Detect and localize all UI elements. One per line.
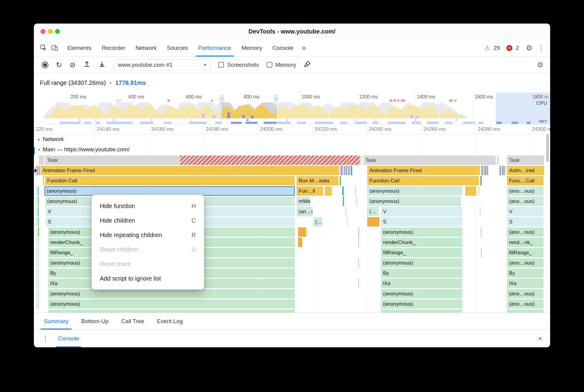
flame-sliver[interactable] <box>38 248 39 257</box>
flame-bar-ano-ous[interactable]: (ano…ous) <box>507 186 543 196</box>
flame-sliver[interactable] <box>38 258 39 268</box>
vertical-scrollbar-thumb[interactable] <box>546 134 549 162</box>
flame-bar-s[interactable]: S <box>381 217 462 227</box>
screenshots-checkbox[interactable] <box>218 62 224 68</box>
flame-bar-task[interactable]: Task <box>507 156 544 165</box>
flame-sliver[interactable] <box>36 217 37 227</box>
flame-bar-[interactable]: (… <box>367 207 379 216</box>
flame-sliver[interactable] <box>481 166 483 175</box>
screenshots-checkbox-group[interactable]: Screenshots <box>218 62 259 68</box>
tab-sources[interactable]: Sources <box>162 39 193 56</box>
flame-bar-anonymous[interactable]: (anonymous) <box>367 186 462 196</box>
flame-bar-by[interactable]: By <box>381 268 462 278</box>
flame-bar-anonymous[interactable]: (anonymous) <box>381 258 462 268</box>
flame-bar-fillrange[interactable]: fillRange_ <box>381 248 462 257</box>
flame-sliver[interactable] <box>504 166 505 175</box>
flame-sliver[interactable] <box>481 248 482 257</box>
flame-sliver[interactable] <box>38 289 39 298</box>
network-track-header[interactable]: ▸ Network <box>38 136 64 143</box>
flame-bar[interactable] <box>302 227 306 237</box>
flame-bar-fun-ll[interactable]: Fun…ll <box>297 186 323 196</box>
flame-sliver[interactable] <box>480 176 482 185</box>
flame-bar-function-call[interactable]: Function Call <box>367 176 479 185</box>
garbage-collect-icon[interactable] <box>303 60 311 69</box>
flame-sliver[interactable] <box>36 186 37 196</box>
flame-bar-anonymous[interactable]: (anonymous) <box>44 186 295 196</box>
flame-bar-v[interactable]: V <box>507 207 543 216</box>
error-count[interactable]: 2 <box>516 45 519 51</box>
flame-sliver[interactable] <box>38 217 39 227</box>
flame-bar-anonymous[interactable]: (anonymous) <box>381 289 462 298</box>
flame-bar-anonymous[interactable]: (anonymous) <box>381 310 462 313</box>
flame-bar-anim-ired[interactable]: Anim…ired <box>507 166 544 175</box>
details-tab-call-tree[interactable]: Call Tree <box>115 313 151 329</box>
timeline-overview[interactable]: CPU NET ‖ ‖ 200 ms400 ms600 ms800 ms1000… <box>34 92 550 124</box>
flame-bar-ano-ous[interactable]: (ano…ous) <box>507 289 543 298</box>
error-icon[interactable]: × <box>506 45 512 51</box>
flame-sliver[interactable] <box>499 166 501 175</box>
flame-sliver[interactable] <box>38 268 39 278</box>
flame-sliver[interactable] <box>486 166 488 175</box>
flame-sliver[interactable] <box>38 186 39 196</box>
flame-bar-anonymous[interactable]: (anonymous) <box>381 299 462 309</box>
warning-count[interactable]: 29 <box>494 45 500 51</box>
flame-bar-lxa[interactable]: lXa <box>507 279 543 288</box>
flame-bar[interactable] <box>298 227 302 237</box>
history-select[interactable]: www.youtube.com #1 ▾ <box>113 59 211 71</box>
flame-bar-ano-ous[interactable]: (ano…ous) <box>507 299 543 309</box>
flame-sliver[interactable] <box>38 238 39 247</box>
flame-sliver[interactable] <box>36 207 37 216</box>
settings-gear-icon[interactable]: ⚙ <box>526 44 532 52</box>
details-tab-summary[interactable]: Summary <box>37 313 75 329</box>
flame-sliver[interactable] <box>43 176 44 185</box>
flame-sliver[interactable] <box>38 299 39 309</box>
memory-checkbox[interactable] <box>267 62 272 68</box>
flame-sliver[interactable] <box>355 186 356 196</box>
flame-bar-anonymous[interactable]: (anonymous) <box>48 299 295 309</box>
flame-sliver[interactable] <box>358 279 359 288</box>
flame-bar[interactable] <box>367 217 379 227</box>
details-tab-event-log[interactable]: Event Log <box>151 313 189 329</box>
flame-bar-func-call[interactable]: Func…Call <box>507 176 543 185</box>
flame-sliver[interactable] <box>36 248 37 257</box>
drawer-menu-kebab-icon[interactable]: ⋮ <box>36 334 53 343</box>
flame-sliver[interactable] <box>346 166 347 175</box>
flame-sliver[interactable] <box>36 197 37 206</box>
flame-sliver[interactable] <box>340 166 343 175</box>
flame-bar-mwa[interactable]: mWa <box>297 197 310 206</box>
flame-bar-anonymous[interactable]: (anonymous) <box>48 310 295 313</box>
load-profile-icon[interactable] <box>83 60 91 69</box>
record-button[interactable] <box>42 62 48 68</box>
flame-sliver[interactable] <box>484 166 486 175</box>
menu-item-add-script-to-ignore-list[interactable]: Add script to ignore list <box>92 271 204 286</box>
flame-sliver[interactable] <box>497 156 499 165</box>
tab-memory[interactable]: Memory <box>236 39 268 56</box>
flame-sliver[interactable] <box>38 227 39 237</box>
flame-bar-renderchunk[interactable]: renderChunk_ <box>381 238 462 247</box>
flame-sliver[interactable] <box>342 186 344 196</box>
save-profile-icon[interactable] <box>98 60 106 69</box>
flame-bar-rend-nk[interactable]: rend…nk_ <box>507 238 543 247</box>
flame-bar-ano-ous[interactable]: (ano…ous) <box>507 258 543 268</box>
tab-network[interactable]: Network <box>130 39 162 56</box>
flame-sliver[interactable] <box>39 166 40 175</box>
memory-checkbox-group[interactable]: Memory <box>267 62 296 68</box>
flame-sliver[interactable] <box>358 258 359 268</box>
device-toolbar-icon[interactable] <box>49 43 60 53</box>
main-menu-kebab-icon[interactable]: ⋮ <box>537 44 545 52</box>
flame-bar-fillrange[interactable]: fillRange_ <box>507 248 543 257</box>
flame-bar-anonymous[interactable]: (anonymous) <box>48 289 295 298</box>
flame-sliver[interactable] <box>351 166 352 175</box>
flame-bar-an-s[interactable]: (an…s) <box>297 207 313 216</box>
flame-bar-function-call[interactable]: Function Call <box>45 176 295 185</box>
flame-bar-[interactable]: (… <box>313 217 322 227</box>
flame-bar-animation-frame-fired[interactable]: Animation Frame Fired <box>41 166 339 175</box>
flame-sliver[interactable] <box>358 227 359 237</box>
menu-item-hide-repeating-children[interactable]: Hide repeating childrenR <box>92 228 204 242</box>
selection-left-handle[interactable]: ‖ <box>220 95 224 103</box>
tab-elements[interactable]: Elements <box>62 39 96 56</box>
flame-sliver[interactable] <box>360 156 362 165</box>
breadcrumb-selection[interactable]: 1776.91ms <box>115 79 146 86</box>
flame-bar[interactable] <box>180 156 360 165</box>
flame-sliver[interactable] <box>36 258 37 268</box>
